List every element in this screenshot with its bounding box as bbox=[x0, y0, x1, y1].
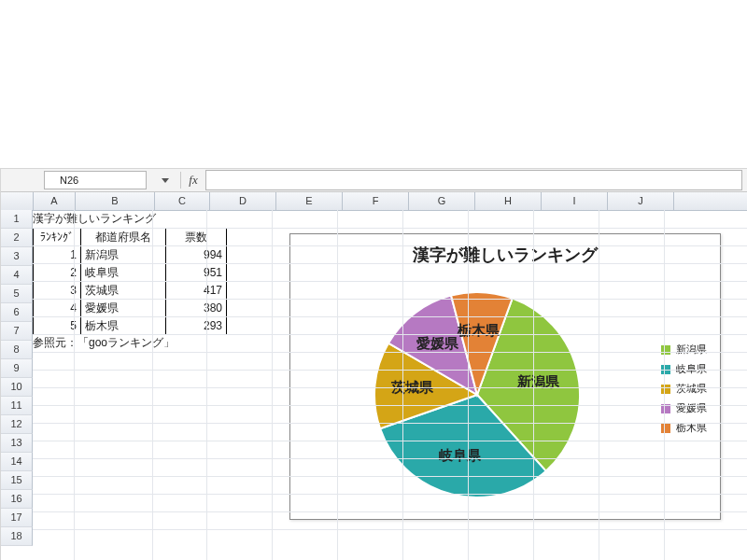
spreadsheet-window: N26 fx ABCDEFGHIJ 1234567891011121314151… bbox=[0, 168, 747, 560]
row-header-18[interactable]: 18 bbox=[1, 527, 33, 546]
slice-label: 新潟県 bbox=[517, 373, 559, 391]
row-header-2[interactable]: 2 bbox=[1, 229, 33, 247]
row-header-16[interactable]: 16 bbox=[1, 490, 33, 509]
row-header-12[interactable]: 12 bbox=[1, 415, 33, 434]
slice-label: 愛媛県 bbox=[416, 335, 458, 353]
legend-item: 愛媛県 bbox=[661, 401, 707, 415]
row-header-15[interactable]: 15 bbox=[1, 471, 33, 490]
legend-swatch bbox=[661, 424, 670, 433]
table-row: 3茨城県417 bbox=[34, 282, 227, 300]
row-header-9[interactable]: 9 bbox=[1, 359, 33, 378]
name-box[interactable]: N26 bbox=[44, 171, 147, 189]
cell-votes[interactable]: 380 bbox=[166, 300, 227, 317]
col-header-B[interactable]: B bbox=[76, 192, 155, 210]
cell-source[interactable]: 参照元：「gooランキング」 bbox=[33, 334, 275, 352]
col-header-H[interactable]: H bbox=[475, 192, 542, 210]
table-row: 2岐阜県951 bbox=[34, 264, 227, 282]
separator bbox=[180, 172, 181, 189]
row-header-10[interactable]: 10 bbox=[1, 378, 33, 397]
table-row: 4愛媛県380 bbox=[34, 300, 227, 317]
column-headers: ABCDEFGHIJ bbox=[1, 192, 747, 211]
legend-swatch bbox=[661, 345, 670, 355]
name-box-dropdown-icon[interactable] bbox=[162, 178, 169, 183]
row-header-8[interactable]: 8 bbox=[1, 341, 33, 359]
col-votes[interactable]: 票数 bbox=[166, 229, 227, 246]
legend-label: 新潟県 bbox=[676, 343, 707, 357]
fx-icon[interactable]: fx bbox=[185, 173, 202, 188]
slice-label: 栃木県 bbox=[458, 322, 500, 340]
table-header-row: ﾗﾝｷﾝｸﾞ 都道府県名 票数 bbox=[34, 229, 227, 246]
table-row: 1新潟県994 bbox=[34, 246, 227, 264]
formula-bar: N26 fx bbox=[1, 169, 747, 192]
cell-votes[interactable]: 951 bbox=[166, 264, 227, 282]
cell-votes[interactable]: 994 bbox=[166, 246, 227, 264]
col-header-D[interactable]: D bbox=[210, 192, 276, 210]
legend-swatch bbox=[661, 385, 670, 394]
cell-votes[interactable]: 293 bbox=[166, 317, 227, 335]
slice-label: 岐阜県 bbox=[439, 447, 481, 465]
col-header-G[interactable]: G bbox=[409, 192, 475, 210]
row-header-14[interactable]: 14 bbox=[1, 453, 33, 471]
legend-label: 愛媛県 bbox=[676, 401, 707, 415]
col-header-F[interactable]: F bbox=[343, 192, 409, 210]
table-row: 5栃木県293 bbox=[34, 317, 227, 335]
row-header-4[interactable]: 4 bbox=[1, 266, 33, 285]
row-header-6[interactable]: 6 bbox=[1, 303, 33, 322]
col-header-C[interactable]: C bbox=[155, 192, 210, 210]
row-header-1[interactable]: 1 bbox=[1, 210, 33, 229]
row-header-3[interactable]: 3 bbox=[1, 247, 33, 266]
row-header-5[interactable]: 5 bbox=[1, 285, 33, 303]
col-header-E[interactable]: E bbox=[276, 192, 343, 210]
cells[interactable]: 漢字が難しいランキング ﾗﾝｷﾝｸﾞ 都道府県名 票数 1新潟県9942岐阜県9… bbox=[33, 210, 747, 560]
row-header-17[interactable]: 17 bbox=[1, 509, 33, 527]
select-all-corner[interactable] bbox=[1, 192, 34, 210]
legend-item: 茨城県 bbox=[661, 382, 707, 396]
row-header-7[interactable]: 7 bbox=[1, 322, 33, 341]
col-header-I[interactable]: I bbox=[542, 192, 608, 210]
cell-votes[interactable]: 417 bbox=[166, 282, 227, 300]
legend-label: 茨城県 bbox=[676, 382, 707, 396]
row-header-11[interactable]: 11 bbox=[1, 397, 33, 415]
legend-item: 新潟県 bbox=[661, 343, 707, 357]
row-headers: 123456789101112131415161718 bbox=[1, 210, 33, 546]
col-header-A[interactable]: A bbox=[34, 192, 76, 210]
cell-title[interactable]: 漢字が難しいランキング bbox=[33, 210, 266, 228]
formula-input[interactable] bbox=[205, 170, 742, 190]
grid-area: 123456789101112131415161718 漢字が難しいランキング … bbox=[1, 210, 747, 560]
row-header-13[interactable]: 13 bbox=[1, 434, 33, 453]
col-header-J[interactable]: J bbox=[608, 192, 674, 210]
active-cell-ref: N26 bbox=[60, 175, 78, 186]
